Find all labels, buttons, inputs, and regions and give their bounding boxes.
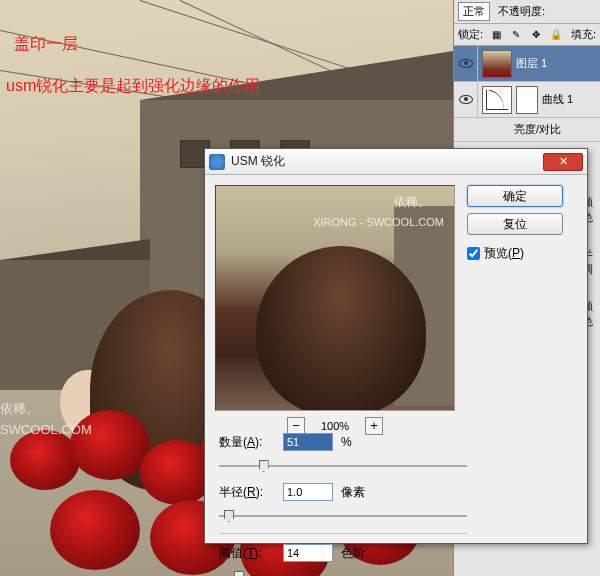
- layer-mask-thumbnail[interactable]: [516, 86, 538, 114]
- layer-row[interactable]: 图层 1: [454, 46, 600, 82]
- layers-lock-row: 锁定: ▦ ✎ ✥ 🔒 填充:: [454, 24, 600, 46]
- ok-button[interactable]: 确定: [467, 185, 563, 207]
- layer-name: 亮度/对比: [514, 122, 561, 137]
- fill-label: 填充:: [571, 27, 596, 42]
- visibility-toggle[interactable]: [454, 82, 478, 117]
- adjustment-thumbnail[interactable]: [482, 86, 512, 114]
- app-icon: [209, 154, 225, 170]
- zoom-value: 100%: [321, 420, 349, 432]
- amount-slider[interactable]: [219, 459, 467, 473]
- eye-icon: [459, 59, 473, 68]
- blend-mode-select[interactable]: 正常: [458, 2, 490, 21]
- threshold-row: 阈值(T): 色阶: [219, 544, 467, 562]
- preview-checkbox[interactable]: 预览(P): [467, 245, 563, 262]
- threshold-slider[interactable]: [219, 570, 467, 576]
- dialog-titlebar[interactable]: USM 锐化 ✕: [205, 149, 587, 175]
- radius-row: 半径(R): 像素: [219, 483, 467, 501]
- dialog-title: USM 锐化: [231, 153, 543, 170]
- amount-row: 数量(A): %: [219, 433, 467, 451]
- usm-sharpen-dialog: USM 锐化 ✕ 依稀。 XIRONG - SWCOOL.COM − 100% …: [204, 148, 588, 544]
- layer-name[interactable]: 图层 1: [516, 56, 600, 71]
- threshold-input[interactable]: [283, 544, 333, 562]
- layer-thumbnail[interactable]: [482, 50, 512, 78]
- annotation-text: 盖印一层: [14, 34, 78, 55]
- radius-slider[interactable]: [219, 509, 467, 523]
- layer-name[interactable]: 曲线 1: [542, 92, 600, 107]
- eye-icon: [459, 95, 473, 104]
- cancel-button[interactable]: 复位: [467, 213, 563, 235]
- lock-all-icon[interactable]: 🔒: [549, 28, 563, 42]
- preview-checkbox-input[interactable]: [467, 247, 480, 260]
- watermark: XIRONG - SWCOOL.COM: [313, 216, 444, 228]
- lock-brush-icon[interactable]: ✎: [509, 28, 523, 42]
- opacity-label: 不透明度:: [498, 4, 545, 19]
- lock-label: 锁定:: [458, 27, 483, 42]
- watermark: 依稀。: [394, 194, 430, 211]
- preview-area[interactable]: 依稀。 XIRONG - SWCOOL.COM: [215, 185, 455, 411]
- watermark: SWCOOL.COM: [0, 422, 92, 437]
- amount-input[interactable]: [283, 433, 333, 451]
- visibility-toggle[interactable]: [454, 46, 478, 81]
- close-button[interactable]: ✕: [543, 153, 583, 171]
- radius-input[interactable]: [283, 483, 333, 501]
- lock-move-icon[interactable]: ✥: [529, 28, 543, 42]
- lock-transparent-icon[interactable]: ▦: [489, 28, 503, 42]
- layer-row[interactable]: 曲线 1: [454, 82, 600, 118]
- layers-options-row: 正常 不透明度:: [454, 0, 600, 24]
- layer-row-cut: 亮度/对比: [454, 118, 600, 142]
- watermark: 依稀。: [0, 400, 39, 418]
- annotation-text: usm锐化主要是起到强化边缘的作用: [6, 76, 260, 97]
